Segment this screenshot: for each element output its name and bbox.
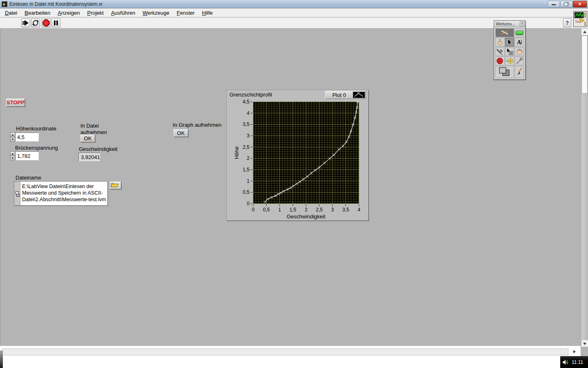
browse-button[interactable] — [110, 182, 121, 189]
restore-button[interactable] — [560, 1, 572, 7]
menu-projekt[interactable]: Projekt — [83, 9, 107, 17]
menu-bearbeiten[interactable]: Bearbeiten — [21, 9, 54, 17]
svg-text:2: 2 — [305, 207, 307, 213]
svg-text:1,5: 1,5 — [243, 167, 249, 173]
svg-text:0,5: 0,5 — [263, 207, 270, 213]
svg-text:0,5: 0,5 — [243, 189, 249, 195]
tool-led[interactable] — [514, 28, 524, 37]
dateiname-path-text[interactable]: E:\LabView Datein\Einlesen der Messwerte… — [20, 182, 107, 205]
graph-legend[interactable]: Plot 0 — [325, 91, 366, 99]
increment-button[interactable] — [10, 151, 15, 156]
tool-object-menu[interactable] — [505, 47, 514, 56]
volume-icon[interactable] — [562, 359, 569, 365]
menu-hilfe[interactable]: Hilfe — [198, 9, 216, 17]
svg-text:1: 1 — [584, 22, 586, 26]
tools-palette-title: Werkzeu... — [496, 22, 515, 26]
menu-cursor-icon — [506, 48, 513, 55]
decrement-button[interactable] — [10, 137, 15, 141]
pause-button[interactable] — [51, 18, 60, 27]
auto-tool-icon — [501, 29, 509, 36]
palette-close-icon[interactable]: ✕ — [520, 22, 524, 26]
run-icon — [22, 19, 29, 27]
svg-text:1: 1 — [278, 207, 281, 213]
svg-text:2: 2 — [247, 155, 249, 161]
svg-text:A: A — [517, 39, 521, 45]
horizontal-scrollbar[interactable] — [0, 346, 581, 368]
legend-line-sample — [353, 92, 365, 98]
in-graph-aufnehmen-label: In Graph aufnehmen — [173, 122, 221, 128]
dateiname-label: Dateiname — [16, 175, 41, 181]
menu-werkzeuge[interactable]: Werkzeuge — [139, 9, 173, 17]
vertical-scrollbar[interactable] — [581, 29, 588, 347]
tool-get-color[interactable] — [514, 56, 524, 65]
svg-text:0: 0 — [247, 201, 249, 206]
tool-position-select[interactable] — [505, 38, 514, 47]
svg-text:4: 4 — [358, 207, 361, 213]
tool-connect-wire[interactable] — [495, 47, 505, 56]
taskbar-clock[interactable]: 11:11 — [572, 359, 583, 365]
abort-button[interactable] — [42, 18, 51, 27]
svg-text:4: 4 — [247, 110, 249, 116]
graph-title: Grenzschichtprofil — [229, 92, 272, 98]
labview-window: Einlesen in Datei mit Koordinatensystem.… — [0, 0, 588, 368]
tools-palette-titlebar[interactable]: Werkzeu... ✕ — [494, 21, 525, 27]
vi-icon-graphic: 1 — [574, 11, 587, 27]
tool-operate-value[interactable] — [495, 38, 505, 47]
grenzschichtprofil-graph: 00,511,522,533,5400,511,522,533,544,5Ges… — [227, 90, 369, 221]
close-button[interactable]: × — [573, 1, 587, 7]
hoehenkoordinate-input[interactable]: 4,5 — [15, 132, 39, 141]
color-boxes-icon — [498, 67, 512, 77]
paintbrush-icon — [516, 67, 523, 77]
taskbar-left-edge — [0, 350, 3, 368]
tool-edit-text[interactable]: A — [514, 38, 524, 47]
scroll-hand-icon — [516, 48, 523, 55]
run-button[interactable] — [21, 18, 30, 27]
labview-app-icon — [2, 1, 7, 7]
tool-breakpoint[interactable] — [495, 56, 505, 65]
cursor-arrow-icon — [506, 38, 513, 46]
text-tool-icon: A — [516, 38, 523, 46]
brueckenspannung-label: Brückenspannung — [15, 145, 58, 151]
svg-text:3,5: 3,5 — [342, 207, 349, 213]
minimize-button[interactable] — [548, 1, 560, 7]
path-type-gutter — [14, 182, 20, 205]
scroll-right-icon[interactable] — [571, 348, 577, 355]
menubar: Datei Bearbeiten Anzeigen Projekt Ausfüh… — [0, 9, 588, 17]
legend-plot-label: Plot 0 — [325, 92, 353, 98]
decrement-button[interactable] — [10, 156, 15, 160]
scroll-up-icon[interactable] — [581, 29, 588, 35]
tool-set-color[interactable] — [495, 66, 514, 78]
menu-datei[interactable]: Datei — [1, 9, 21, 17]
vi-icon[interactable]: 1 — [573, 11, 587, 27]
operate-hand-icon — [496, 38, 503, 46]
titlebar[interactable]: Einlesen in Datei mit Koordinatensystem.… — [0, 0, 588, 8]
vertical-scroll-thumb[interactable] — [581, 36, 588, 94]
svg-text:0: 0 — [252, 207, 255, 213]
stopp-button[interactable]: STOPP — [6, 99, 25, 107]
geschwindigkeit-indicator: 3,92041 — [78, 153, 100, 162]
menu-anzeigen[interactable]: Anzeigen — [54, 9, 83, 17]
led-indicator-icon — [516, 31, 523, 35]
menu-fenster[interactable]: Fenster — [173, 9, 198, 17]
svg-text:Höhe: Höhe — [234, 146, 240, 159]
tool-probe[interactable] — [505, 56, 514, 65]
menu-ausfuehren[interactable]: Ausführen — [107, 9, 139, 17]
in-graph-ok-button[interactable]: OK — [174, 129, 188, 137]
horizontal-scroll-thumb[interactable] — [2, 348, 568, 355]
brueckenspannung-input[interactable]: 1,782 — [15, 151, 39, 160]
scroll-down-icon[interactable] — [581, 340, 588, 347]
dateiname-path-control[interactable]: E:\LabView Datein\Einlesen der Messwerte… — [14, 181, 108, 206]
pause-icon — [52, 19, 60, 27]
increment-button[interactable] — [10, 132, 15, 137]
svg-text:Geschwindigkeit: Geschwindigkeit — [287, 213, 325, 220]
tools-palette[interactable]: Werkzeu... ✕ — [494, 20, 526, 80]
tool-auto-select[interactable] — [495, 28, 514, 37]
svg-text:1,5: 1,5 — [290, 207, 296, 213]
tool-paint-brush[interactable] — [514, 66, 524, 78]
context-help-button[interactable]: ? — [563, 18, 571, 27]
tool-scroll-window[interactable] — [514, 47, 524, 56]
in-datei-ok-button[interactable]: OK — [80, 135, 95, 142]
wire-spool-icon — [496, 48, 503, 55]
run-continuous-button[interactable] — [31, 18, 40, 27]
abort-icon — [42, 19, 50, 27]
